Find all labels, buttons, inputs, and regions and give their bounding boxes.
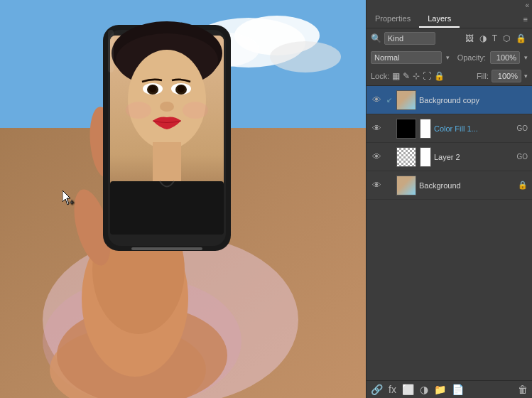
layer-visibility-icon[interactable]: 👁	[371, 180, 382, 190]
layer-name: Background copy	[419, 96, 528, 104]
panel-tab-bar: Properties Layers ≡	[367, 11, 532, 28]
lock-row: Lock: ▦ ✎ ⊹ ⛶ 🔒 Fill: ▾	[367, 67, 532, 86]
blend-chevron: ▾	[446, 54, 450, 61]
layer-item[interactable]: 👁 ↙ Background copy	[367, 86, 532, 114]
tab-layers[interactable]: Layers	[419, 11, 460, 28]
opacity-label: Opacity:	[457, 53, 486, 62]
kind-select[interactable]: Kind	[384, 32, 435, 45]
layer-visibility-icon[interactable]: 👁	[371, 95, 382, 105]
lock-all-icon[interactable]: 🔒	[434, 71, 445, 81]
svg-point-35	[160, 102, 174, 112]
pixel-icon[interactable]: 🖼	[464, 33, 475, 44]
layers-list: 👁 ↙ Background copy 👁 Color Fill 1... GO…	[367, 86, 532, 380]
blend-mode-select[interactable]: Normal	[371, 51, 442, 64]
lock-checkerboard-icon[interactable]: ▦	[392, 71, 400, 81]
adjustment-icon[interactable]: ◑	[478, 33, 488, 44]
layer-lock-icon: 🔒	[518, 181, 528, 190]
panel-collapse[interactable]: «	[367, 0, 532, 11]
delete-layer-icon[interactable]: 🗑	[518, 384, 528, 395]
layer-badge: GO	[516, 153, 528, 161]
fill-chevron: ▾	[524, 72, 528, 80]
panel-menu-icon[interactable]: ≡	[519, 12, 532, 26]
new-adjustment-icon[interactable]: ◑	[420, 384, 428, 395]
lock-brush-icon[interactable]: ✎	[403, 71, 410, 81]
lock-label: Lock:	[371, 72, 389, 80]
svg-point-5	[270, 41, 341, 72]
add-mask-icon[interactable]: ⬜	[402, 384, 414, 395]
add-style-icon[interactable]: fx	[389, 384, 396, 395]
kind-row: 🔍 Kind 🖼 ◑ T ⬡ 🔒	[367, 28, 532, 48]
fill-label: Fill:	[477, 72, 489, 80]
layers-panel: « Properties Layers ≡ 🔍 Kind 🖼 ◑ T ⬡ 🔒 N…	[366, 0, 532, 398]
blend-opacity-row: Normal ▾ Opacity: ▾	[367, 48, 532, 67]
tab-properties[interactable]: Properties	[367, 11, 419, 28]
layer-thumbnail	[396, 90, 416, 110]
svg-point-36	[126, 102, 151, 119]
layer-thumbnail	[396, 119, 416, 139]
layer-item[interactable]: 👁 Layer 2 GO	[367, 143, 532, 171]
opacity-chevron: ▾	[524, 54, 528, 61]
filter-icon: 🔍	[371, 33, 381, 43]
svg-rect-39	[131, 247, 202, 250]
fill-input[interactable]	[492, 70, 521, 82]
layer-item[interactable]: 👁 Color Fill 1... GO	[367, 114, 532, 143]
smart-object-icon[interactable]: 🔒	[514, 33, 528, 44]
svg-point-34	[178, 85, 185, 92]
canvas-area[interactable]: +	[0, 0, 366, 398]
opacity-input[interactable]	[490, 51, 520, 64]
layer-name: Layer 2	[434, 153, 514, 161]
layer-mask-thumbnail	[420, 147, 431, 167]
new-layer-icon[interactable]: 📄	[452, 384, 464, 395]
layer-link-icon: ↙	[385, 96, 393, 104]
svg-rect-28	[153, 142, 181, 185]
layer-visibility-icon[interactable]: 👁	[371, 151, 382, 162]
layer-thumbnail	[396, 176, 416, 195]
layer-name: Color Fill 1...	[434, 124, 514, 133]
lock-move-icon[interactable]: ⊹	[413, 71, 420, 81]
collapse-icon[interactable]: «	[525, 1, 529, 9]
new-group-icon[interactable]: 📁	[434, 384, 446, 395]
lock-artboard-icon[interactable]: ⛶	[423, 71, 431, 81]
layer-badge: GO	[516, 124, 528, 132]
type-icon[interactable]: T	[491, 33, 499, 44]
layer-mask-thumbnail	[420, 119, 431, 139]
layer-item[interactable]: 👁 Background 🔒	[367, 171, 532, 200]
svg-rect-40	[108, 30, 114, 72]
svg-point-37	[183, 102, 208, 119]
link-layers-icon[interactable]: 🔗	[371, 384, 383, 395]
svg-rect-38	[110, 181, 224, 235]
layer-name: Background	[419, 181, 515, 190]
layers-toolbar: 🔗 fx ⬜ ◑ 📁 📄 🗑	[367, 380, 532, 398]
svg-point-27	[128, 50, 206, 149]
layer-thumbnail	[396, 147, 416, 167]
svg-point-33	[149, 85, 156, 92]
shape-icon[interactable]: ⬡	[501, 33, 511, 44]
layer-visibility-icon[interactable]: 👁	[371, 123, 382, 134]
